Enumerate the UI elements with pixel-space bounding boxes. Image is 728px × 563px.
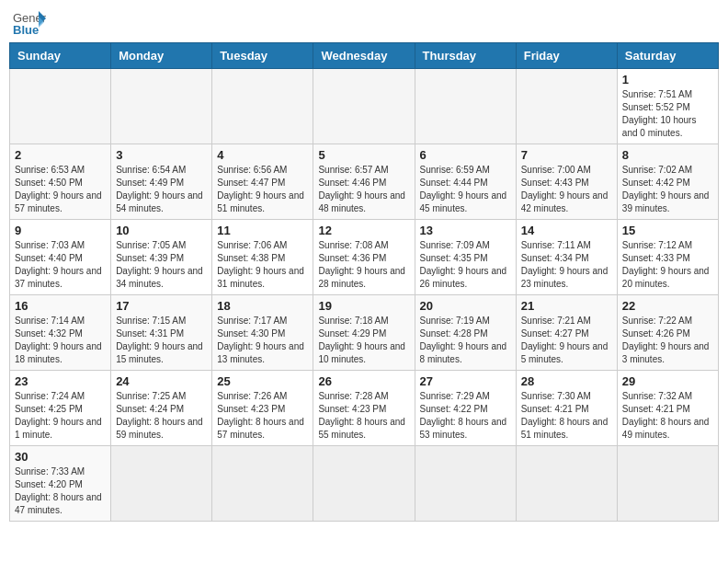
calendar-day-cell: 11Sunrise: 7:06 AM Sunset: 4:38 PM Dayli… [212,220,313,295]
calendar-day-cell: 4Sunrise: 6:56 AM Sunset: 4:47 PM Daylig… [212,144,313,220]
day-number: 11 [217,224,308,237]
day-info: Sunrise: 7:28 AM Sunset: 4:23 PM Dayligh… [318,390,409,442]
day-info: Sunrise: 7:08 AM Sunset: 4:36 PM Dayligh… [318,239,409,291]
day-number: 12 [318,224,409,237]
day-info: Sunrise: 7:11 AM Sunset: 4:34 PM Dayligh… [521,239,612,291]
weekday-header-wednesday: Wednesday [313,43,415,69]
day-number: 24 [116,374,207,388]
calendar-week-row: 23Sunrise: 7:24 AM Sunset: 4:25 PM Dayli… [10,371,719,446]
calendar-day-cell [313,69,415,144]
day-number: 8 [622,148,713,162]
calendar-day-cell: 21Sunrise: 7:21 AM Sunset: 4:27 PM Dayli… [516,295,617,371]
day-info: Sunrise: 7:33 AM Sunset: 4:20 PM Dayligh… [15,465,106,517]
day-number: 23 [15,374,106,388]
day-info: Sunrise: 6:59 AM Sunset: 4:44 PM Dayligh… [420,164,511,215]
day-number: 21 [521,299,612,313]
calendar-day-cell [313,446,415,522]
day-info: Sunrise: 7:09 AM Sunset: 4:35 PM Dayligh… [420,239,511,291]
calendar-week-row: 1Sunrise: 7:51 AM Sunset: 5:52 PM Daylig… [10,69,719,144]
day-info: Sunrise: 7:32 AM Sunset: 4:21 PM Dayligh… [622,390,713,442]
calendar-day-cell: 2Sunrise: 6:53 AM Sunset: 4:50 PM Daylig… [10,144,111,220]
calendar-week-row: 9Sunrise: 7:03 AM Sunset: 4:40 PM Daylig… [10,220,719,295]
weekday-header-thursday: Thursday [415,43,516,69]
weekday-header-sunday: Sunday [10,43,111,69]
calendar-day-cell: 7Sunrise: 7:00 AM Sunset: 4:43 PM Daylig… [516,144,617,220]
calendar-day-cell: 25Sunrise: 7:26 AM Sunset: 4:23 PM Dayli… [212,371,313,446]
calendar-day-cell: 8Sunrise: 7:02 AM Sunset: 4:42 PM Daylig… [617,144,718,220]
calendar-day-cell: 3Sunrise: 6:54 AM Sunset: 4:49 PM Daylig… [111,144,212,220]
weekday-header-tuesday: Tuesday [212,43,313,69]
calendar-day-cell [10,69,111,144]
logo: General Blue [13,9,46,37]
day-info: Sunrise: 7:25 AM Sunset: 4:24 PM Dayligh… [116,390,207,442]
calendar-day-cell: 30Sunrise: 7:33 AM Sunset: 4:20 PM Dayli… [10,446,111,522]
calendar-day-cell: 14Sunrise: 7:11 AM Sunset: 4:34 PM Dayli… [516,220,617,295]
calendar-day-cell: 15Sunrise: 7:12 AM Sunset: 4:33 PM Dayli… [617,220,718,295]
day-number: 27 [420,374,511,388]
day-info: Sunrise: 7:26 AM Sunset: 4:23 PM Dayligh… [217,390,308,442]
day-info: Sunrise: 7:30 AM Sunset: 4:21 PM Dayligh… [521,390,612,442]
day-number: 1 [622,73,713,86]
calendar-day-cell: 19Sunrise: 7:18 AM Sunset: 4:29 PM Dayli… [313,295,415,371]
calendar-day-cell: 17Sunrise: 7:15 AM Sunset: 4:31 PM Dayli… [111,295,212,371]
calendar-day-cell [415,69,516,144]
day-info: Sunrise: 7:03 AM Sunset: 4:40 PM Dayligh… [15,239,106,291]
day-number: 6 [420,148,511,162]
calendar-week-row: 30Sunrise: 7:33 AM Sunset: 4:20 PM Dayli… [10,446,719,522]
day-number: 15 [622,224,713,237]
day-info: Sunrise: 7:51 AM Sunset: 5:52 PM Dayligh… [622,88,713,140]
calendar-day-cell: 10Sunrise: 7:05 AM Sunset: 4:39 PM Dayli… [111,220,212,295]
calendar-day-cell: 28Sunrise: 7:30 AM Sunset: 4:21 PM Dayli… [516,371,617,446]
calendar-day-cell [212,69,313,144]
calendar-day-cell [617,446,718,522]
calendar-day-cell [516,69,617,144]
calendar-day-cell: 26Sunrise: 7:28 AM Sunset: 4:23 PM Dayli… [313,371,415,446]
day-number: 14 [521,224,612,237]
calendar-day-cell [212,446,313,522]
day-info: Sunrise: 7:06 AM Sunset: 4:38 PM Dayligh… [217,239,308,291]
weekday-header-friday: Friday [516,43,617,69]
day-number: 29 [622,374,713,388]
day-info: Sunrise: 6:57 AM Sunset: 4:46 PM Dayligh… [318,164,409,215]
calendar-day-cell: 5Sunrise: 6:57 AM Sunset: 4:46 PM Daylig… [313,144,415,220]
calendar-day-cell: 6Sunrise: 6:59 AM Sunset: 4:44 PM Daylig… [415,144,516,220]
day-number: 19 [318,299,409,313]
day-number: 9 [15,224,106,237]
calendar-table: SundayMondayTuesdayWednesdayThursdayFrid… [9,42,719,522]
logo-icon: General Blue [13,9,46,37]
calendar-day-cell: 20Sunrise: 7:19 AM Sunset: 4:28 PM Dayli… [415,295,516,371]
calendar-day-cell: 18Sunrise: 7:17 AM Sunset: 4:30 PM Dayli… [212,295,313,371]
calendar-day-cell: 12Sunrise: 7:08 AM Sunset: 4:36 PM Dayli… [313,220,415,295]
day-number: 26 [318,374,409,388]
day-number: 20 [420,299,511,313]
calendar-week-row: 2Sunrise: 6:53 AM Sunset: 4:50 PM Daylig… [10,144,719,220]
calendar-day-cell [111,446,212,522]
day-info: Sunrise: 7:14 AM Sunset: 4:32 PM Dayligh… [15,315,106,366]
day-info: Sunrise: 7:12 AM Sunset: 4:33 PM Dayligh… [622,239,713,291]
day-number: 13 [420,224,511,237]
calendar-day-cell: 24Sunrise: 7:25 AM Sunset: 4:24 PM Dayli… [111,371,212,446]
day-number: 25 [217,374,308,388]
day-number: 22 [622,299,713,313]
day-number: 18 [217,299,308,313]
day-number: 28 [521,374,612,388]
calendar-day-cell: 29Sunrise: 7:32 AM Sunset: 4:21 PM Dayli… [617,371,718,446]
day-info: Sunrise: 7:24 AM Sunset: 4:25 PM Dayligh… [15,390,106,442]
day-info: Sunrise: 7:15 AM Sunset: 4:31 PM Dayligh… [116,315,207,366]
calendar-day-cell [415,446,516,522]
calendar-day-cell: 9Sunrise: 7:03 AM Sunset: 4:40 PM Daylig… [10,220,111,295]
calendar-day-cell [111,69,212,144]
calendar-day-cell: 23Sunrise: 7:24 AM Sunset: 4:25 PM Dayli… [10,371,111,446]
day-info: Sunrise: 7:05 AM Sunset: 4:39 PM Dayligh… [116,239,207,291]
calendar-week-row: 16Sunrise: 7:14 AM Sunset: 4:32 PM Dayli… [10,295,719,371]
day-info: Sunrise: 7:02 AM Sunset: 4:42 PM Dayligh… [622,164,713,215]
day-info: Sunrise: 7:29 AM Sunset: 4:22 PM Dayligh… [420,390,511,442]
day-number: 3 [116,148,207,162]
day-number: 2 [15,148,106,162]
weekday-header-monday: Monday [111,43,212,69]
day-number: 16 [15,299,106,313]
day-number: 30 [15,450,106,464]
calendar-day-cell [516,446,617,522]
calendar-day-cell: 16Sunrise: 7:14 AM Sunset: 4:32 PM Dayli… [10,295,111,371]
day-info: Sunrise: 7:00 AM Sunset: 4:43 PM Dayligh… [521,164,612,215]
